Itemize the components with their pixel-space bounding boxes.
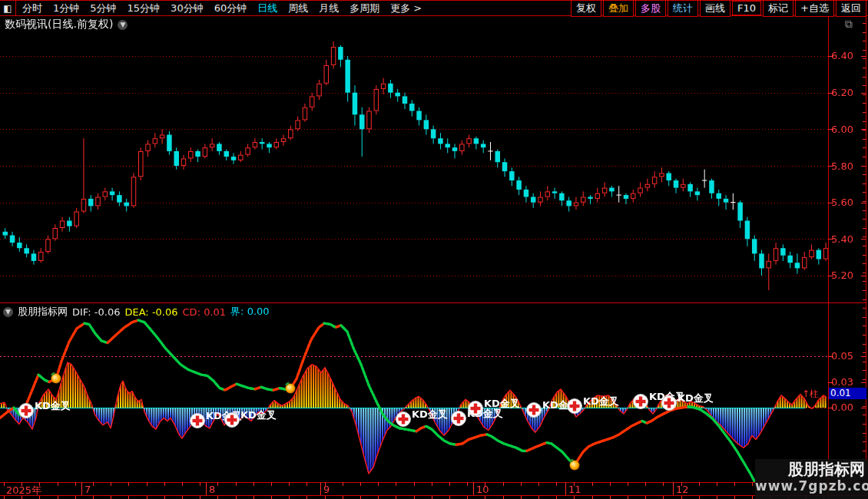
price-label-580: 5.80 <box>831 160 865 172</box>
indicator-name[interactable]: 股朋指标网 <box>18 305 68 319</box>
tab-5min[interactable]: 5分钟 <box>90 2 116 15</box>
tab-minute-view[interactable]: 分时 <box>22 2 42 15</box>
chart-title-row: 数码视讯(日线.前复权) ▼ <box>5 18 128 31</box>
tab-weekly[interactable]: 周线 <box>288 2 308 15</box>
indicator-chevron-icon[interactable]: ▼ <box>3 307 13 317</box>
ind-label-005: 0.05 <box>831 350 865 362</box>
tab-1min[interactable]: 1分钟 <box>53 2 79 15</box>
tab-15min[interactable]: 15分钟 <box>128 2 161 15</box>
cd-readout: CD: 0.01 <box>183 306 227 318</box>
multi-stock-button[interactable]: 多股 <box>635 0 666 17</box>
month-label-9: 9 <box>323 484 330 495</box>
ind-label-003: 0.03 <box>831 376 865 388</box>
dif-readout: DIF: -0.06 <box>72 306 120 318</box>
watermark-url: www.7gpzb.com <box>755 478 865 494</box>
window-layout-icon[interactable]: ⧉ <box>845 18 853 31</box>
f10-button[interactable]: F10 <box>732 1 761 15</box>
price-label-640: 6.40 <box>831 50 865 61</box>
add-watchlist-button[interactable]: +自选 <box>795 0 834 17</box>
jie-readout: 界: 0.00 <box>230 305 269 319</box>
stock-title: 数码视讯(日线.前复权) <box>5 18 113 31</box>
watermark-brand: 股朋指标网 <box>755 461 865 478</box>
dea-readout: DEA: -0.06 <box>124 306 177 318</box>
price-label-600: 6.00 <box>831 124 865 135</box>
adjust-rights-button[interactable]: 复权 <box>571 0 601 17</box>
mark-button[interactable]: 标记 <box>763 0 793 17</box>
candlestick-and-indicator-chart[interactable] <box>0 0 868 499</box>
window-split-icon: ◧ <box>3 3 12 14</box>
statistics-button[interactable]: 统计 <box>668 0 698 17</box>
price-label-520: 5.20 <box>831 269 865 281</box>
chevron-down-icon[interactable]: ▼ <box>118 20 128 30</box>
tab-60min[interactable]: 60分钟 <box>214 2 247 15</box>
month-label-8: 8 <box>209 484 215 495</box>
period-tabs: 分时 1分钟 5分钟 15分钟 30分钟 60分钟 日线 周线 月线 多周期 更… <box>16 2 571 15</box>
month-label-12: 12 <box>676 484 689 495</box>
tab-multi-period[interactable]: 多周期 <box>350 2 379 15</box>
tab-more[interactable]: 更多 > <box>390 2 422 15</box>
back-button[interactable]: 返回 <box>836 0 866 17</box>
tab-daily-active[interactable]: 日线 <box>257 2 277 15</box>
tab-30min[interactable]: 30分钟 <box>171 2 204 15</box>
month-label-11: 11 <box>568 484 581 495</box>
price-label-540: 5.40 <box>831 233 865 245</box>
price-label-620: 6.20 <box>831 87 865 98</box>
trading-app-window: ◧ 分时 1分钟 5分钟 15分钟 30分钟 60分钟 日线 周线 月线 多周期… <box>0 0 868 499</box>
month-label-7: 7 <box>84 484 91 495</box>
site-watermark: 股朋指标网 www.7gpzb.com <box>755 459 868 499</box>
last-value-badge: 0.01 <box>829 388 866 399</box>
layout-icon[interactable]: ◧ <box>0 1 16 15</box>
top-toolbar: ◧ 分时 1分钟 5分钟 15分钟 30分钟 60分钟 日线 周线 月线 多周期… <box>0 0 868 16</box>
indicator-header: ▼ 股朋指标网 DIF: -0.06 DEA: -0.06 CD: 0.01 界… <box>3 305 270 319</box>
action-buttons: 复权 叠加 多股 统计 画线 F10 标记 +自选 返回 <box>571 0 868 17</box>
month-label-10: 10 <box>476 484 489 495</box>
draw-line-button[interactable]: 画线 <box>700 0 731 17</box>
ind-label-000: 0.00 <box>831 402 865 413</box>
year-label: 2025年 <box>6 484 41 497</box>
overlay-button[interactable]: 叠加 <box>603 0 634 17</box>
price-label-560: 5.60 <box>831 197 865 208</box>
tab-monthly[interactable]: 月线 <box>319 2 339 15</box>
